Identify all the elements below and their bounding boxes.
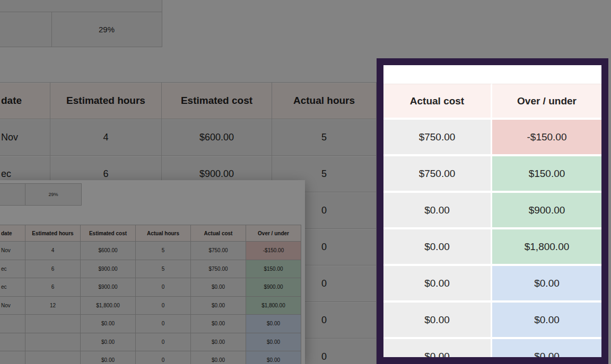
spotlight-header-actual-cost[interactable]: Actual cost bbox=[383, 84, 492, 120]
spotlight-cell-actual-cost[interactable]: $750.00 bbox=[383, 120, 492, 156]
spotlight-top-strip bbox=[383, 65, 601, 84]
spotlight-header-over-under[interactable]: Over / under bbox=[492, 84, 601, 120]
spotlight-table: Actual cost Over / under $750.00 -$150.0… bbox=[383, 84, 601, 364]
spotlight-cell-over-under[interactable]: $0.00 bbox=[492, 266, 601, 303]
spotlight-cell-over-under[interactable]: $1,800.00 bbox=[492, 229, 601, 266]
spotlight-cell-actual-cost[interactable]: $0.00 bbox=[383, 193, 492, 229]
spotlight-cell-actual-cost[interactable]: $0.00 bbox=[383, 303, 492, 339]
spotlight-cell-over-under[interactable]: $150.00 bbox=[492, 156, 601, 193]
spotlight-highlight-box: Actual cost Over / under $750.00 -$150.0… bbox=[377, 58, 608, 364]
spotlight-cell-actual-cost[interactable]: $0.00 bbox=[383, 229, 492, 266]
spotlight-cell-over-under[interactable]: $0.00 bbox=[492, 339, 601, 364]
spotlight-cell-over-under[interactable]: $0.00 bbox=[492, 303, 601, 339]
spotlight-cell-over-under[interactable]: $900.00 bbox=[492, 193, 601, 229]
spotlight-cell-actual-cost[interactable]: $0.00 bbox=[383, 266, 492, 303]
spotlight-cell-over-under[interactable]: -$150.00 bbox=[492, 120, 601, 156]
spotlight-cell-actual-cost[interactable]: $0.00 bbox=[383, 339, 492, 364]
spotlight-cell-actual-cost[interactable]: $750.00 bbox=[383, 156, 492, 193]
